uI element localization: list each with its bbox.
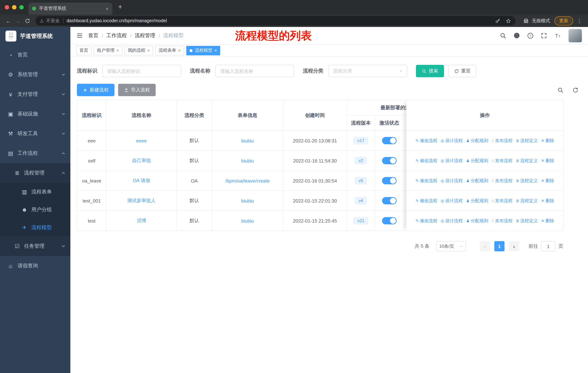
security-chip[interactable]: ⚠ 不安全 xyxy=(40,18,60,24)
action-assign-rule[interactable]: ♟分配规则 xyxy=(466,198,488,204)
tag-home[interactable]: 首页 xyxy=(76,46,92,55)
close-window-button[interactable] xyxy=(5,5,9,10)
active-status-toggle[interactable] xyxy=(382,157,397,164)
close-icon[interactable]: × xyxy=(214,48,217,53)
action-assign-rule[interactable]: ♟分配规则 xyxy=(466,218,488,224)
action-process-definition[interactable]: ≣流程定义 xyxy=(516,158,538,164)
font-size-icon[interactable] xyxy=(554,32,561,39)
page-number-1[interactable]: 1 xyxy=(494,241,504,251)
action-delete[interactable]: ✕删除 xyxy=(541,138,554,144)
address-bar[interactable]: ⚠ 不安全 dashboard.yudao.iocoder.cn/bpm/man… xyxy=(35,16,515,26)
close-icon[interactable]: × xyxy=(178,48,181,53)
action-design-process[interactable]: ◎设计流程 xyxy=(441,218,463,224)
active-status-toggle[interactable] xyxy=(382,177,397,184)
action-publish-process[interactable]: ☝发布流程 xyxy=(492,158,513,164)
action-publish-process[interactable]: ☝发布流程 xyxy=(492,178,513,184)
process-name-link[interactable]: OA 请假 xyxy=(133,177,150,184)
user-avatar[interactable] xyxy=(568,29,582,42)
action-process-definition[interactable]: ≣流程定义 xyxy=(516,138,538,144)
goto-page-input[interactable] xyxy=(541,241,556,251)
sidebar-item-user-group[interactable]: ☻ 用户分组 xyxy=(0,201,70,219)
forward-icon[interactable]: → xyxy=(13,18,23,24)
form-info-link[interactable]: biubiu xyxy=(241,138,254,143)
reset-button[interactable]: 重置 xyxy=(448,65,476,77)
sidebar-item-payment[interactable]: ¥ 支付管理 xyxy=(0,84,70,104)
next-page-button[interactable]: › xyxy=(509,241,519,251)
sidebar-item-workflow[interactable]: ▤ 工作流程 xyxy=(0,143,70,163)
form-info-link[interactable]: /bpm/oa/leave/create xyxy=(225,178,270,183)
action-modify-process[interactable]: ✎修改流程 xyxy=(415,218,437,224)
sidebar-item-devtools[interactable]: ⚒ 研发工具 xyxy=(0,124,70,143)
browser-menu-icon[interactable]: ⋮ xyxy=(577,18,582,24)
browser-tab[interactable]: 芋道管理系统 × xyxy=(28,2,112,15)
sidebar-item-process-form[interactable]: ▥ 流程表单 xyxy=(0,183,70,201)
toggle-search-icon[interactable] xyxy=(557,87,564,93)
prev-page-button[interactable]: ‹ xyxy=(480,241,490,251)
process-name-input[interactable] xyxy=(215,65,294,77)
action-publish-process[interactable]: ☝发布流程 xyxy=(492,138,513,144)
sidebar-item-home[interactable]: ◔ 首页 xyxy=(0,45,70,65)
tag-tenant-management[interactable]: 租户管理 × xyxy=(94,46,122,55)
action-publish-process[interactable]: ☝发布流程 xyxy=(492,218,513,224)
action-process-definition[interactable]: ≣流程定义 xyxy=(516,178,538,184)
action-delete[interactable]: ✕删除 xyxy=(541,218,554,224)
form-info-link[interactable]: biubiu xyxy=(241,158,254,163)
action-process-definition[interactable]: ≣流程定义 xyxy=(516,218,538,224)
process-id-input[interactable] xyxy=(102,65,181,77)
action-process-definition[interactable]: ≣流程定义 xyxy=(516,198,538,204)
github-icon[interactable] xyxy=(513,32,520,39)
import-process-button[interactable]: 导入流程 xyxy=(118,84,156,96)
process-name-link[interactable]: eeee xyxy=(136,138,147,143)
action-design-process[interactable]: ◎设计流程 xyxy=(441,198,463,204)
action-design-process[interactable]: ◎设计流程 xyxy=(441,138,463,144)
action-delete[interactable]: ✕删除 xyxy=(541,178,554,184)
action-assign-rule[interactable]: ♟分配规则 xyxy=(466,138,488,144)
tag-process-form[interactable]: 流程表单 × xyxy=(155,46,184,55)
close-icon[interactable]: × xyxy=(147,48,150,53)
active-status-toggle[interactable] xyxy=(382,137,397,144)
sidebar-item-task-management[interactable]: ☑ 任务管理 xyxy=(0,236,70,256)
sidebar-item-system[interactable]: ⚙ 系统管理 xyxy=(0,65,70,84)
update-button[interactable]: 更新 xyxy=(555,16,573,25)
tag-my-process[interactable]: 我的流程 × xyxy=(125,46,153,55)
breadcrumb-home[interactable]: 首页 xyxy=(88,32,98,39)
sidebar-item-process-model[interactable]: ✈ 流程模型 xyxy=(0,219,70,236)
search-button[interactable]: 搜索 xyxy=(416,65,444,77)
sidebar-item-process-management[interactable]: ≣ 流程管理 xyxy=(0,163,70,183)
bookmark-star-icon[interactable] xyxy=(506,18,511,23)
action-modify-process[interactable]: ✎修改流程 xyxy=(415,138,437,144)
action-design-process[interactable]: ◎设计流程 xyxy=(441,178,463,184)
form-info-link[interactable]: biubiu xyxy=(241,198,254,203)
fullscreen-icon[interactable] xyxy=(541,32,547,39)
page-size-select[interactable]: 10条/页 xyxy=(436,241,466,251)
process-category-select[interactable]: 流程分类 xyxy=(328,65,407,77)
action-assign-rule[interactable]: ♟分配规则 xyxy=(466,178,488,184)
help-icon[interactable] xyxy=(527,32,534,39)
tag-process-model[interactable]: 流程模型 × xyxy=(186,46,220,55)
process-name-link[interactable]: 自己审批 xyxy=(132,157,151,164)
back-icon[interactable]: ← xyxy=(4,18,13,24)
tab-close-icon[interactable]: × xyxy=(106,6,109,11)
action-modify-process[interactable]: ✎修改流程 xyxy=(415,198,437,204)
action-design-process[interactable]: ◎设计流程 xyxy=(441,158,463,164)
process-name-link[interactable]: 滔博 xyxy=(137,217,146,224)
action-delete[interactable]: ✕删除 xyxy=(541,198,554,204)
form-info-link[interactable]: biubiu xyxy=(241,218,254,223)
process-name-link[interactable]: 测试多审批人 xyxy=(127,197,156,204)
breadcrumb-workflow[interactable]: 工作流程 xyxy=(106,32,127,39)
zoom-window-button[interactable] xyxy=(19,5,24,10)
action-publish-process[interactable]: ☝发布流程 xyxy=(492,198,513,204)
search-icon[interactable] xyxy=(500,32,506,39)
reload-icon[interactable] xyxy=(25,18,30,23)
close-icon[interactable]: × xyxy=(116,48,119,53)
collapse-sidebar-icon[interactable] xyxy=(76,32,83,39)
active-status-toggle[interactable] xyxy=(382,217,397,224)
action-modify-process[interactable]: ✎修改流程 xyxy=(415,158,437,164)
sidebar-item-leave-query[interactable]: ☺ 请假查询 xyxy=(0,256,70,276)
active-status-toggle[interactable] xyxy=(382,197,397,204)
action-modify-process[interactable]: ✎修改流程 xyxy=(415,178,437,184)
sidebar-item-infrastructure[interactable]: ▣ 基础设施 xyxy=(0,104,70,124)
password-key-icon[interactable] xyxy=(495,18,501,23)
minimize-window-button[interactable] xyxy=(12,5,16,10)
create-process-button[interactable]: 新建流程 xyxy=(77,84,115,96)
